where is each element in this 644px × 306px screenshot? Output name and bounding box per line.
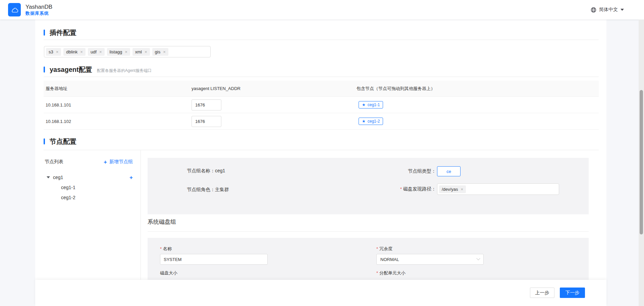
language-label: 简体中文	[599, 7, 618, 13]
group-name-label: 节点组名称：	[187, 168, 215, 173]
disk-path-label: 磁盘发现路径：	[362, 186, 436, 192]
section-bar	[44, 30, 45, 36]
section-title-text: yasagent配置	[50, 65, 92, 74]
disk-path-tag: /dev/yas ×	[439, 185, 466, 193]
plugin-tag-label: s3	[49, 50, 53, 54]
previous-step-button[interactable]: 上一步	[530, 288, 554, 298]
column-header-nodes: 包含节点（节点可拖动到其他服务器上）	[357, 86, 599, 92]
plugin-tag: s3×	[46, 48, 61, 56]
tree-node[interactable]: ceg1-2	[44, 192, 141, 203]
disk-path-input[interactable]: /dev/yas ×	[437, 183, 559, 195]
caret-down-icon[interactable]	[47, 176, 50, 178]
system-disk-group-form: 名称 冗余度 NORMAL 磁盘大小 分配单元大小	[148, 238, 589, 280]
remove-tag-icon[interactable]: ×	[56, 50, 59, 54]
plugin-tag-label: listagg	[110, 50, 122, 54]
plugin-tags-input[interactable]: s3×dblink×udf×listagg×xml×gis×	[44, 46, 211, 57]
remove-tag-icon[interactable]: ×	[125, 50, 127, 54]
remove-tag-icon[interactable]: ×	[99, 50, 102, 54]
plugin-tag: dblink×	[63, 48, 86, 56]
group-role-value: 主集群	[215, 187, 229, 192]
tree-node[interactable]: ceg1-1	[44, 182, 141, 192]
section-title-text: 节点配置	[50, 137, 76, 146]
plugin-tag: listagg×	[107, 48, 130, 56]
node-group-detail-pane: 节点组名称：ceg1 节点组类型： ce 节点组角色：主集群 磁盘发现路径： /…	[141, 150, 606, 280]
section-bar	[44, 67, 45, 73]
divider	[148, 231, 589, 232]
plugin-tag: xml×	[132, 48, 150, 56]
add-node-group-button[interactable]: + 新增节点组	[104, 159, 133, 165]
group-role-text: 节点组角色：主集群	[187, 187, 229, 193]
section-title-text: 插件配置	[50, 28, 76, 37]
remove-tag-icon[interactable]: ×	[80, 50, 83, 54]
plugin-section-title: 插件配置	[44, 28, 76, 37]
tree-group-label: ceg1	[53, 175, 63, 180]
group-name-value: ceg1	[215, 168, 225, 173]
cloud-icon	[11, 7, 18, 12]
node-tree: ceg1 + ceg1-1ceg1-2	[44, 172, 141, 203]
server-address: 10.168.1.102	[44, 119, 192, 124]
node-list-header: 节点列表 + 新增节点组	[44, 150, 141, 165]
yasagent-table-body: 10.168.1.101★ceg1-110.168.1.102★ceg1-2	[44, 97, 599, 130]
plugin-tag: gis×	[152, 48, 168, 56]
next-step-button[interactable]: 下一步	[560, 288, 585, 298]
scrollbar-track[interactable]	[639, 19, 644, 306]
scrollbar-thumb[interactable]	[640, 90, 643, 234]
node-tree-children: ceg1-1ceg1-2	[44, 182, 141, 203]
chevron-down-icon	[476, 257, 480, 260]
divider	[44, 77, 599, 77]
group-type-field: 节点组类型： ce	[362, 166, 461, 176]
node-tag-label: ceg1-1	[368, 103, 380, 107]
add-node-group-label: 新增节点组	[109, 159, 133, 165]
group-type-label: 节点组类型：	[362, 168, 436, 174]
yasagent-section-title: yasagent配置 配置各服务器的Agent服务端口	[44, 65, 152, 74]
tree-group-row[interactable]: ceg1 +	[44, 172, 141, 182]
plugin-tag-label: dblink	[66, 50, 77, 54]
group-type-button[interactable]: ce	[437, 166, 461, 176]
app-title-block: YashanDB 数据库系统	[25, 3, 52, 16]
remove-tag-icon[interactable]: ×	[163, 50, 166, 54]
chevron-down-icon	[621, 9, 624, 11]
server-address: 10.168.1.101	[44, 102, 192, 107]
star-icon: ★	[362, 103, 366, 107]
table-row: 10.168.1.102★ceg1-2	[44, 113, 599, 130]
plugin-tag: udf×	[88, 48, 105, 56]
add-node-icon[interactable]: +	[129, 175, 133, 180]
group-name-text: 节点组名称：ceg1	[187, 168, 225, 174]
disk-path-tag-label: /dev/yas	[442, 187, 458, 191]
divider	[44, 40, 599, 40]
wizard-footer: 上一步 下一步	[35, 280, 606, 306]
globe-icon	[591, 7, 596, 13]
app-logo	[8, 3, 21, 16]
language-selector[interactable]: 简体中文	[591, 7, 624, 13]
table-header-row: 服务器地址 yasagent LISTEN_ADDR 包含节点（节点可拖动到其他…	[44, 81, 599, 97]
column-header-listen-addr: yasagent LISTEN_ADDR	[192, 86, 357, 91]
remove-tag-icon[interactable]: ×	[145, 50, 147, 54]
system-disk-group-title: 系统磁盘组	[148, 218, 176, 226]
node-list-pane: 节点列表 + 新增节点组 ceg1 + ceg1-1ceg1-2	[44, 150, 141, 280]
au-size-label: 分配单元大小	[376, 270, 406, 276]
node-tag[interactable]: ★ceg1-2	[359, 118, 383, 125]
node-tag[interactable]: ★ceg1-1	[359, 101, 383, 108]
plus-icon: +	[104, 159, 107, 165]
listen-addr-input[interactable]	[192, 99, 221, 111]
node-tag-label: ceg1-2	[368, 119, 380, 123]
table-row: 10.168.1.101★ceg1-1	[44, 97, 599, 113]
plugin-tag-label: gis	[155, 50, 161, 54]
listen-addr-input[interactable]	[192, 116, 221, 127]
disk-size-label: 磁盘大小	[160, 270, 177, 276]
redundancy-select[interactable]: NORMAL	[376, 254, 484, 265]
disk-name-input[interactable]	[160, 254, 268, 265]
redundancy-value: NORMAL	[380, 257, 399, 262]
column-header-server: 服务器地址	[44, 86, 192, 92]
disk-name-label: 名称	[160, 246, 172, 252]
yasagent-table: 服务器地址 yasagent LISTEN_ADDR 包含节点（节点可拖动到其他…	[44, 81, 599, 130]
disk-path-field: 磁盘发现路径： /dev/yas ×	[362, 183, 559, 195]
star-icon: ★	[362, 119, 366, 123]
group-role-label: 节点组角色：	[187, 187, 215, 192]
redundancy-label: 冗余度	[376, 246, 392, 252]
plugin-tag-label: xml	[135, 50, 142, 54]
section-bar	[44, 138, 45, 144]
node-group-info-panel: 节点组名称：ceg1 节点组类型： ce 节点组角色：主集群 磁盘发现路径： /…	[148, 158, 589, 214]
node-section-title: 节点配置	[44, 137, 76, 146]
remove-tag-icon[interactable]: ×	[461, 187, 463, 191]
